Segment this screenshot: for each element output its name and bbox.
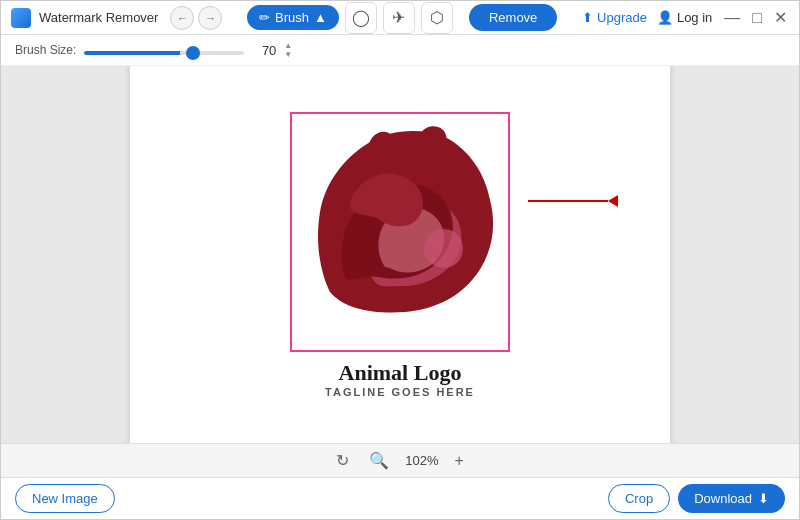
zoom-level: 102% xyxy=(405,453,438,468)
download-button[interactable]: Download ⬇ xyxy=(678,484,785,513)
eraser-tool-button[interactable]: ⬡ xyxy=(421,2,453,34)
eraser-icon: ⬡ xyxy=(430,8,444,27)
login-button[interactable]: 👤 Log in xyxy=(657,10,712,25)
zoom-out-button[interactable]: 🔍 xyxy=(365,447,393,474)
arrow-head xyxy=(608,195,618,207)
brush-size-slider[interactable] xyxy=(84,51,244,55)
logo-svg-container xyxy=(290,112,510,352)
canvas-container: Animal Logo TAGLINE GOES HERE xyxy=(130,66,670,443)
brush-size-decrease[interactable]: ▼ xyxy=(284,51,292,59)
remove-button[interactable]: Remove xyxy=(469,4,557,31)
polygon-tool-button[interactable]: ✈ xyxy=(383,2,415,34)
brush-label: Brush xyxy=(275,10,309,25)
arrow-line xyxy=(528,200,608,202)
brush-size-increase[interactable]: ▲ xyxy=(284,42,292,50)
minimize-button[interactable]: — xyxy=(722,7,742,29)
toolbar: ✏ Brush ▲ ◯ ✈ ⬡ Remove xyxy=(230,2,574,34)
upgrade-button[interactable]: ⬆ Upgrade xyxy=(582,10,647,25)
right-action-buttons: Crop Download ⬇ xyxy=(608,484,785,513)
new-image-button[interactable]: New Image xyxy=(15,484,115,513)
lasso-icon: ◯ xyxy=(352,8,370,27)
download-icon: ⬇ xyxy=(758,491,769,506)
maximize-button[interactable]: □ xyxy=(750,7,764,29)
window-controls: — □ ✕ xyxy=(722,6,789,29)
logo-main-text: Animal Logo xyxy=(325,360,475,386)
polygon-icon: ✈ xyxy=(392,8,405,27)
action-bar: New Image Crop Download ⬇ xyxy=(1,477,799,519)
main-canvas-area[interactable]: Animal Logo TAGLINE GOES HERE xyxy=(1,66,799,443)
close-button[interactable]: ✕ xyxy=(772,6,789,29)
brush-tool-button[interactable]: ✏ Brush ▲ xyxy=(247,5,339,30)
app-title: Watermark Remover xyxy=(39,10,158,25)
right-action-buttons: ⬆ Upgrade 👤 Log in — □ ✕ xyxy=(582,6,789,29)
logo-text-area: Animal Logo TAGLINE GOES HERE xyxy=(325,360,475,398)
nav-buttons: ← → xyxy=(170,6,222,30)
arrow-indicator xyxy=(528,195,618,207)
login-label: Log in xyxy=(677,10,712,25)
zoom-in-button[interactable]: + xyxy=(450,448,467,474)
user-icon: 👤 xyxy=(657,10,673,25)
app-icon xyxy=(11,8,31,28)
brush-size-value: 70 xyxy=(252,43,276,58)
animal-logo-svg xyxy=(290,112,510,352)
lasso-tool-button[interactable]: ◯ xyxy=(345,2,377,34)
brush-size-label: Brush Size: xyxy=(15,43,76,57)
download-label: Download xyxy=(694,491,752,506)
status-bar: ↻ 🔍 102% + xyxy=(1,443,799,477)
brush-chevron-icon: ▲ xyxy=(314,10,327,25)
brush-slider-container xyxy=(84,41,244,59)
brush-size-arrows: ▲ ▼ xyxy=(284,42,292,59)
forward-button[interactable]: → xyxy=(198,6,222,30)
title-bar: Watermark Remover ← → ✏ Brush ▲ ◯ ✈ ⬡ Re… xyxy=(1,1,799,35)
brush-icon: ✏ xyxy=(259,10,270,25)
upgrade-icon: ⬆ xyxy=(582,10,593,25)
rotate-button[interactable]: ↻ xyxy=(332,447,353,474)
back-button[interactable]: ← xyxy=(170,6,194,30)
brush-size-bar: Brush Size: 70 ▲ ▼ xyxy=(1,35,799,66)
upgrade-label: Upgrade xyxy=(597,10,647,25)
crop-button[interactable]: Crop xyxy=(608,484,670,513)
image-area: Animal Logo TAGLINE GOES HERE xyxy=(290,112,510,398)
logo-sub-text: TAGLINE GOES HERE xyxy=(325,386,475,398)
